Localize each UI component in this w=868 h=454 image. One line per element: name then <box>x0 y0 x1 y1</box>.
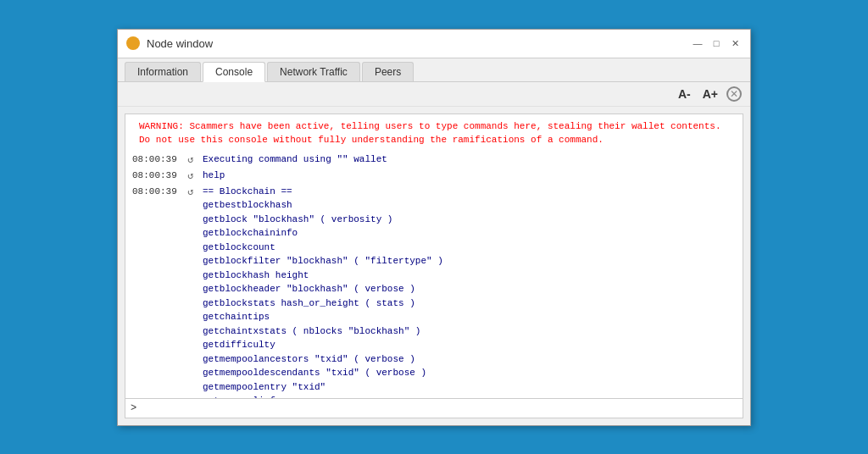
log-timestamp: 08:00:39 <box>132 169 187 183</box>
window-icon <box>126 36 140 50</box>
node-window: Node window — □ ✕ Information Console Ne… <box>117 29 751 426</box>
close-button[interactable]: ✕ <box>728 36 742 50</box>
font-increase-button[interactable]: A+ <box>699 86 721 102</box>
prompt-symbol: > <box>131 402 136 414</box>
console-close-button[interactable]: ✕ <box>726 86 742 102</box>
window-title: Node window <box>147 37 691 50</box>
tab-information[interactable]: Information <box>125 62 201 81</box>
log-content: help <box>203 169 736 183</box>
close-icon: ✕ <box>730 88 738 100</box>
log-row: 08:00:39 ↺ Executing command using "" wa… <box>132 152 736 168</box>
log-timestamp: 08:00:39 <box>132 185 187 199</box>
log-row: 08:00:39 ↺ help <box>132 169 736 184</box>
console-output[interactable]: WARNING: Scammers have been active, tell… <box>125 114 743 398</box>
console-input-row: > <box>125 398 743 418</box>
maximize-button[interactable]: □ <box>709 36 723 50</box>
log-content: == Blockchain == getbestblockhash getblo… <box>203 185 736 398</box>
minimize-button[interactable]: — <box>691 36 704 50</box>
tab-bar: Information Console Network Traffic Peer… <box>118 58 750 82</box>
log-icon: ↺ <box>187 185 203 200</box>
console-area: WARNING: Scammers have been active, tell… <box>125 114 743 418</box>
title-bar: Node window — □ ✕ <box>118 30 750 58</box>
log-icon: ↺ <box>187 152 203 168</box>
tab-peers[interactable]: Peers <box>362 62 414 81</box>
log-icon: ↺ <box>187 169 203 184</box>
tab-network-traffic[interactable]: Network Traffic <box>267 62 360 81</box>
log-row: 08:00:39 ↺ == Blockchain == getbestblock… <box>132 185 736 398</box>
console-toolbar: A- A+ ✕ <box>118 82 750 107</box>
log-timestamp: 08:00:39 <box>132 152 187 167</box>
log-content: Executing command using "" wallet <box>203 152 736 167</box>
console-input[interactable] <box>140 403 737 413</box>
font-decrease-button[interactable]: A- <box>675 86 694 102</box>
tab-console[interactable]: Console <box>203 62 265 82</box>
warning-message: WARNING: Scammers have been active, tell… <box>132 119 736 147</box>
window-controls: — □ ✕ <box>691 36 742 50</box>
